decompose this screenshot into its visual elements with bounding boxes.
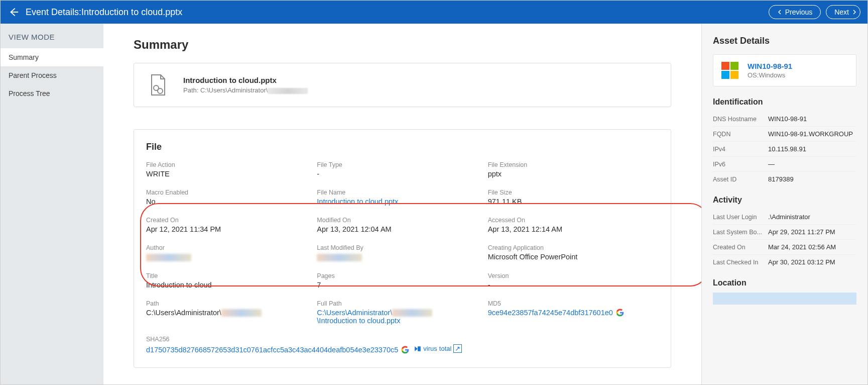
back-arrow-icon[interactable]: [8, 6, 20, 18]
field-label: Pages: [317, 272, 487, 279]
activity-value: .\Administrator: [768, 213, 856, 221]
field-macro-enabled: Macro EnabledNo: [146, 189, 317, 206]
windows-logo-icon: [721, 62, 738, 79]
identification-heading: Identification: [713, 98, 856, 107]
field-value: C:\Users\Administrator\: [146, 309, 317, 317]
field-value[interactable]: Introduction to cloud.pptx: [317, 198, 487, 206]
field-label: Last Modified By: [317, 244, 487, 251]
identification-key: DNS Hostname: [713, 116, 768, 123]
identification-value: WIN10-98-91: [768, 115, 856, 123]
field-file-name: File NameIntroduction to cloud.pptx: [317, 189, 487, 206]
redacted-segment: [221, 309, 262, 317]
activity-row: Last Checked InApr 30, 2021 03:12 PM: [713, 255, 856, 269]
identification-row: FQDNWIN10-98-91.WORKGROUP: [713, 127, 856, 142]
activity-row: Last System Bo...Apr 29, 2021 11:27 PM: [713, 225, 856, 240]
field-label: Created On: [146, 217, 317, 224]
sidebar-heading: VIEW MODE: [1, 24, 103, 48]
field-file-size: File Size971.11 KB: [488, 189, 659, 206]
field-label: File Name: [317, 189, 487, 196]
virustotal-link[interactable]: virustotal ↗: [414, 344, 462, 353]
redacted-segment: [317, 254, 362, 261]
field-label: Accessed On: [488, 217, 659, 224]
field-label: Full Path: [317, 300, 487, 307]
activity-key: Last System Bo...: [713, 229, 768, 236]
chevron-right-icon: [852, 10, 857, 15]
field-file-action: File ActionWRITE: [146, 161, 317, 178]
svg-point-1: [158, 88, 163, 93]
field-value: -: [317, 170, 487, 178]
location-map-placeholder: [713, 293, 856, 305]
asset-details-panel: Asset Details WIN10-98-91 OS:Windows Ide…: [702, 24, 867, 384]
sidebar-item-process-tree[interactable]: Process Tree: [1, 84, 103, 103]
field-label: Macro Enabled: [146, 189, 317, 196]
identification-key: FQDN: [713, 131, 768, 138]
field-file-extension: File Extensionpptx: [488, 161, 659, 178]
activity-key: Created On: [713, 244, 768, 251]
field-label: SHA256: [146, 336, 659, 343]
field-label: File Action: [146, 161, 317, 168]
redacted-segment: [392, 309, 432, 317]
field-title: TitleIntroduction to cloud: [146, 272, 317, 289]
activity-key: Last User Login: [713, 214, 768, 221]
field-value: Microsoft Office PowerPoint: [488, 253, 659, 261]
page-header: Event Details:Introduction to cloud.pptx…: [1, 1, 867, 24]
page-title: Event Details:Introduction to cloud.pptx: [26, 7, 769, 18]
field-file-type: File Type-: [317, 161, 487, 178]
identification-row: IPv410.115.98.91: [713, 142, 856, 157]
sidebar-item-summary[interactable]: Summary: [1, 48, 103, 66]
field-value: Apr 13, 2021 12:04 AM: [317, 225, 487, 233]
previous-button[interactable]: Previous: [769, 5, 821, 19]
field-value[interactable]: C:\Users\Administrator\\Introduction to …: [317, 309, 487, 325]
identification-key: IPv6: [713, 161, 768, 168]
field-label: Modified On: [317, 217, 487, 224]
identification-value: —: [768, 160, 856, 168]
identification-value: 8179389: [768, 175, 856, 183]
chevron-left-icon: [777, 10, 782, 15]
field-value[interactable]: d1750735d827668572653d31c0761acfcc5a3c43…: [146, 344, 659, 355]
main-content: Summary Introduction to cloud.pptx Path:…: [103, 24, 702, 384]
field-creating-application: Creating ApplicationMicrosoft Office Pow…: [488, 244, 659, 261]
location-heading: Location: [713, 278, 856, 287]
redacted-segment: [268, 88, 308, 94]
activity-row: Last User Login.\Administrator: [713, 210, 856, 225]
sidebar-item-parent-process[interactable]: Parent Process: [1, 66, 103, 84]
redacted-segment: [146, 254, 191, 261]
activity-key: Last Checked In: [713, 259, 768, 266]
asset-name-link[interactable]: WIN10-98-91: [748, 62, 792, 70]
asset-os: OS:Windows: [748, 71, 792, 79]
previous-label: Previous: [785, 8, 812, 16]
field-accessed-on: Accessed OnApr 13, 2021 12:14 AM: [488, 217, 659, 233]
field-last-modified-by: Last Modified By: [317, 244, 487, 261]
field-label: Title: [146, 272, 317, 279]
field-value: -: [488, 281, 659, 289]
file-name: Introduction to cloud.pptx: [183, 76, 308, 84]
field-label: File Extension: [488, 161, 659, 168]
field-value: pptx: [488, 170, 659, 178]
identification-row: DNS HostnameWIN10-98-91: [713, 112, 856, 127]
activity-value: Apr 30, 2021 03:12 PM: [768, 258, 856, 266]
field-value: WRITE: [146, 170, 317, 178]
field-pages: Pages7: [317, 272, 487, 289]
field-md5: MD59ce94e23857fa74245e74dbf317601e0: [488, 300, 659, 325]
field-version: Version-: [488, 272, 659, 289]
activity-heading: Activity: [713, 196, 856, 205]
google-icon[interactable]: [401, 346, 409, 355]
field-value: Apr 12, 2021 11:34 PM: [146, 225, 317, 233]
identification-value: 10.115.98.91: [768, 145, 856, 153]
field-value[interactable]: 9ce94e23857fa74245e74dbf317601e0: [488, 309, 659, 318]
next-button[interactable]: Next: [826, 5, 860, 19]
file-details-panel: File File ActionWRITEFile Type-File Exte…: [134, 129, 671, 368]
field-label: File Size: [488, 189, 659, 196]
field-author: Author: [146, 244, 317, 261]
google-icon[interactable]: [616, 309, 624, 318]
activity-value: Mar 24, 2021 02:56 AM: [768, 243, 856, 251]
field-label: Creating Application: [488, 244, 659, 251]
field-label: Author: [146, 244, 317, 251]
file-path: Path: C:\Users\Administrator\: [183, 86, 308, 94]
field-full-path: Full PathC:\Users\Administrator\\Introdu…: [317, 300, 487, 325]
field-value: [317, 253, 487, 261]
activity-value: Apr 29, 2021 11:27 PM: [768, 228, 856, 236]
file-icon: [146, 73, 169, 97]
activity-row: Created OnMar 24, 2021 02:56 AM: [713, 240, 856, 255]
field-path: PathC:\Users\Administrator\: [146, 300, 317, 325]
